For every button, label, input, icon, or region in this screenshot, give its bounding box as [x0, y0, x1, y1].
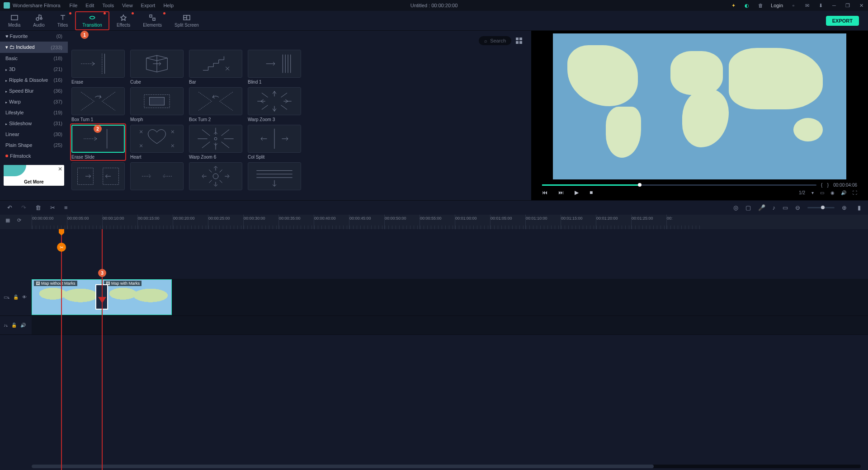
- transition-cube[interactable]: Cube: [130, 50, 184, 85]
- menu-view[interactable]: View: [122, 3, 133, 8]
- sidebar-item-ripple[interactable]: ▸Ripple & Dissolve(16): [0, 75, 68, 85]
- sidebar-included[interactable]: ▾ 🗀 Included (233): [0, 42, 68, 53]
- playback-progress[interactable]: [542, 184, 816, 186]
- split-icon[interactable]: ✂: [50, 204, 55, 211]
- login-button[interactable]: Login: [771, 3, 783, 8]
- sidebar-item-linear[interactable]: Linear(30): [0, 129, 68, 140]
- frame-icon[interactable]: ▭: [783, 204, 788, 211]
- timeline-ruler[interactable]: ▦ ⟳ 00:00:00:0000:00:05:0000:00:10:0000:…: [0, 215, 868, 229]
- delete-icon[interactable]: 🗑: [35, 204, 41, 211]
- tab-effects[interactable]: Effects: [110, 12, 137, 29]
- search-input[interactable]: ⌕ Search: [479, 36, 511, 45]
- sidebar-item-basic[interactable]: Basic(18): [0, 53, 68, 64]
- transition-morph[interactable]: Morph: [130, 87, 184, 122]
- track-visibility-icon[interactable]: 👁: [22, 295, 27, 300]
- grid-view-icon[interactable]: [516, 38, 522, 44]
- sidebar-item-speedblur[interactable]: ▸Speed Blur(36): [0, 85, 68, 96]
- sidebar-filmstock[interactable]: Filmstock: [0, 150, 68, 161]
- zoom-slider[interactable]: [807, 207, 835, 208]
- clip-2[interactable]: 🖼Map with Marks: [102, 279, 172, 315]
- transition-row4-1[interactable]: [71, 162, 125, 190]
- sidebar-item-3d[interactable]: ▸3D(21): [0, 64, 68, 75]
- ruler-mark[interactable]: 00:00:15:00: [137, 215, 173, 229]
- transition-bar[interactable]: Bar: [189, 50, 242, 85]
- music-icon[interactable]: ♪: [773, 204, 776, 211]
- transition-boxturn2[interactable]: Box Turn 2: [189, 87, 242, 122]
- transition-erase[interactable]: Erase: [71, 50, 125, 85]
- transition-row4-4[interactable]: [248, 162, 301, 190]
- menu-file[interactable]: File: [70, 3, 78, 8]
- ruler-link-icon[interactable]: ⟳: [17, 217, 21, 223]
- transition-row4-2[interactable]: [130, 162, 184, 190]
- menu-help[interactable]: Help: [163, 3, 174, 8]
- undo-icon[interactable]: ↶: [7, 204, 12, 211]
- ruler-mark[interactable]: 00:00:50:00: [384, 215, 420, 229]
- ruler-mark[interactable]: 00:00:00:00: [32, 215, 67, 229]
- sidebar-item-slideshow[interactable]: ▸Slideshow(31): [0, 118, 68, 129]
- save-icon[interactable]: ▫: [790, 2, 797, 9]
- mic-icon[interactable]: 🎤: [758, 204, 765, 211]
- promo-close-icon[interactable]: ✕: [58, 166, 62, 172]
- track-lock-icon[interactable]: 🔓: [11, 323, 17, 328]
- ruler-mark[interactable]: 00:01:15:00: [561, 215, 596, 229]
- ruler-mark[interactable]: 00:01:00:00: [455, 215, 490, 229]
- playhead-split-icon[interactable]: ✂: [57, 243, 66, 252]
- transition-colsplit[interactable]: Col Split: [248, 125, 301, 160]
- transition-boxturn1[interactable]: Box Turn 1: [71, 87, 125, 122]
- ruler-mark[interactable]: 00:01:05:00: [490, 215, 525, 229]
- promo-banner[interactable]: ✕ Get More: [4, 165, 64, 186]
- ruler-mark[interactable]: 00:00:35:00: [278, 215, 314, 229]
- ruler-mark[interactable]: 00:: [666, 215, 702, 229]
- tab-audio[interactable]: Audio: [27, 12, 51, 29]
- ruler-mark[interactable]: 00:01:20:00: [596, 215, 631, 229]
- zoom-in-icon[interactable]: ⊕: [842, 204, 847, 211]
- ruler-mark[interactable]: 00:00:05:00: [67, 215, 102, 229]
- tab-titles[interactable]: Titles: [51, 12, 75, 29]
- tab-transition[interactable]: Transition: [75, 11, 109, 30]
- transition-heart[interactable]: Heart: [130, 125, 184, 160]
- transition-blind1[interactable]: Blind 1: [248, 50, 301, 85]
- ruler-mark[interactable]: 00:00:55:00: [420, 215, 455, 229]
- tab-elements[interactable]: Elements: [137, 12, 168, 29]
- ruler-mark[interactable]: 00:01:10:00: [525, 215, 561, 229]
- track-mute-icon[interactable]: 🔊: [20, 323, 26, 328]
- ruler-mark[interactable]: 00:01:25:00: [631, 215, 666, 229]
- ruler-mark[interactable]: 00:00:20:00: [173, 215, 208, 229]
- tab-media[interactable]: Media: [2, 12, 27, 29]
- sidebar-item-plainshape[interactable]: Plain Shape(25): [0, 140, 68, 150]
- mail-icon[interactable]: ✉: [804, 2, 810, 9]
- zoom-out-icon[interactable]: ⊖: [795, 204, 800, 211]
- ruler-mark[interactable]: 00:00:40:00: [314, 215, 349, 229]
- playhead[interactable]: ✂: [61, 229, 62, 470]
- maximize-icon[interactable]: ❐: [844, 2, 851, 9]
- play-icon[interactable]: ▶: [575, 189, 579, 196]
- prev-frame-icon[interactable]: ⏮: [542, 189, 547, 196]
- ruler-mark[interactable]: 00:00:30:00: [243, 215, 278, 229]
- lightbulb-icon[interactable]: ✦: [730, 2, 736, 9]
- sidebar-favorite[interactable]: ♥ Favorite (0): [0, 31, 68, 42]
- sidebar-item-lifestyle[interactable]: Lifestyle(19): [0, 107, 68, 118]
- close-icon[interactable]: ✕: [858, 2, 864, 9]
- minimize-icon[interactable]: ─: [831, 2, 837, 9]
- audio-track-head[interactable]: ♪₁ 🔓 🔊: [0, 323, 32, 328]
- timeline-hscroll[interactable]: [32, 465, 861, 468]
- snapshot-icon[interactable]: ◉: [830, 190, 835, 195]
- menu-edit[interactable]: Edit: [85, 3, 94, 8]
- transition-warpzoom6[interactable]: Warp Zoom 6: [189, 125, 242, 160]
- trash-icon[interactable]: 🗑: [757, 2, 764, 9]
- shield-icon[interactable]: ▢: [745, 204, 751, 211]
- menu-tools[interactable]: Tools: [102, 3, 114, 8]
- download-icon[interactable]: ⬇: [817, 2, 824, 9]
- adjust-icon[interactable]: ≡: [64, 204, 68, 211]
- transition-warpzoom3[interactable]: Warp Zoom 3: [248, 87, 301, 122]
- clip-1[interactable]: 🖼Map without Marks: [32, 279, 102, 315]
- video-track-head[interactable]: ▭₁ 🔓 👁: [0, 295, 32, 300]
- ruler-snap-icon[interactable]: ▦: [5, 217, 10, 223]
- menu-export[interactable]: Export: [141, 3, 156, 8]
- stop-icon[interactable]: ■: [590, 189, 593, 196]
- ruler-mark[interactable]: 00:00:10:00: [102, 215, 137, 229]
- transition-row4-3[interactable]: [189, 162, 242, 190]
- chevron-down-icon[interactable]: ▾: [811, 190, 814, 195]
- sidebar-item-warp[interactable]: ▸Warp(37): [0, 96, 68, 107]
- next-frame-icon[interactable]: ⏭: [558, 189, 564, 196]
